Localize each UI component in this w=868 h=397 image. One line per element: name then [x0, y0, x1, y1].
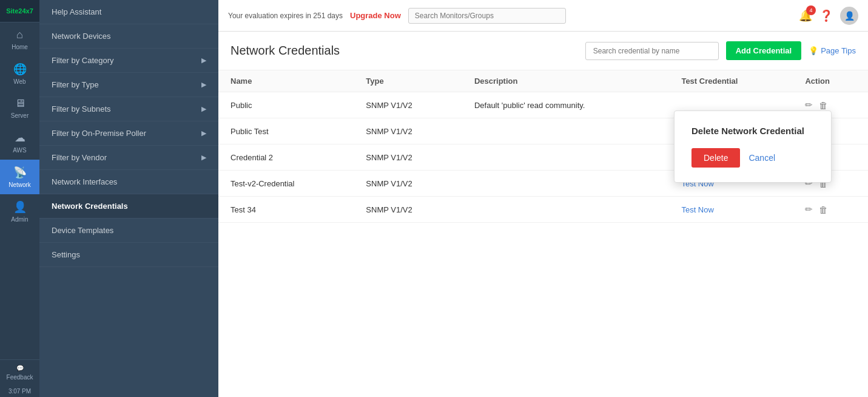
avatar[interactable]: 👤: [840, 7, 858, 25]
table-row: Test 34 SNMP V1/V2 Test Now ✏ 🗑: [218, 197, 868, 223]
cred-name: Public Test: [218, 118, 354, 144]
eval-text: Your evaluation expires in 251 days: [228, 12, 343, 20]
cred-type: SNMP V1/V2: [354, 118, 462, 144]
sidebar-item-label: AWS: [13, 147, 26, 154]
left-nav-label: Network Credentials: [52, 202, 128, 211]
left-nav-item-filter-by-vendor[interactable]: Filter by Vendor ▶: [39, 146, 218, 170]
sidebar-item-server[interactable]: 🖥 Server: [0, 91, 39, 125]
left-nav-label: Help Assistant: [52, 7, 101, 16]
chevron-right-icon: ▶: [201, 56, 206, 64]
cred-name: Test 34: [218, 197, 354, 223]
feedback-area[interactable]: 💬 Feedback: [0, 359, 39, 385]
notification-icon[interactable]: 🔔 4: [799, 9, 812, 22]
col-test-credential: Test Credential: [669, 70, 793, 92]
cred-description: [462, 171, 669, 197]
page-tips-label: Page Tips: [821, 46, 856, 55]
left-nav-item-network-interfaces[interactable]: Network Interfaces: [39, 170, 218, 194]
logo-area: Site24x7: [0, 0, 39, 22]
cred-description: [462, 144, 669, 171]
feedback-label: Feedback: [7, 374, 33, 381]
left-nav-item-network-credentials[interactable]: Network Credentials: [39, 194, 218, 219]
help-icon[interactable]: ❓: [819, 9, 833, 22]
left-nav-label: Filter by Subnets: [52, 104, 111, 114]
content-area: Network Credentials Add Credential 💡 Pag…: [218, 32, 868, 397]
sidebar-item-label: Admin: [11, 216, 28, 223]
left-nav-item-filter-by-on-premise-poller[interactable]: Filter by On-Premise Poller ▶: [39, 121, 218, 146]
left-nav-label: Filter by Type: [52, 80, 99, 89]
upgrade-link[interactable]: Upgrade Now: [350, 11, 401, 20]
cancel-button[interactable]: Cancel: [749, 153, 775, 163]
icon-sidebar: Site24x7 ⌂ Home 🌐 Web 🖥 Server ☁ AWS 📡 N…: [0, 0, 39, 397]
left-nav-item-settings[interactable]: Settings: [39, 243, 218, 267]
cred-type: SNMP V1/V2: [354, 144, 462, 171]
cred-type: SNMP V1/V2: [354, 92, 462, 118]
left-nav-item-help-assistant[interactable]: Help Assistant: [39, 0, 218, 24]
admin-icon: 👤: [13, 200, 27, 214]
cred-description: Default 'public' read community.: [462, 92, 669, 118]
left-nav-item-filter-by-category[interactable]: Filter by Category ▶: [39, 49, 218, 73]
left-nav-item-filter-by-subnets[interactable]: Filter by Subnets ▶: [39, 97, 218, 121]
sidebar-item-network[interactable]: 📡 Network: [0, 160, 39, 194]
aws-icon: ☁: [15, 131, 25, 144]
lightbulb-icon: 💡: [809, 46, 818, 55]
header-icons: 🔔 4 ❓ 👤: [799, 7, 858, 25]
notification-badge: 4: [806, 5, 816, 15]
cred-description: [462, 197, 669, 223]
delete-confirm-button[interactable]: Delete: [691, 148, 740, 168]
left-nav: Help Assistant Network Devices Filter by…: [39, 0, 218, 397]
server-icon: 🖥: [15, 97, 25, 110]
left-nav-item-device-templates[interactable]: Device Templates: [39, 219, 218, 243]
sidebar-item-web[interactable]: 🌐 Web: [0, 56, 39, 91]
add-credential-button[interactable]: Add Credential: [726, 41, 801, 60]
sidebar-item-home[interactable]: ⌂ Home: [0, 22, 39, 56]
search-monitors-input[interactable]: [408, 8, 566, 24]
content-header: Network Credentials Add Credential 💡 Pag…: [218, 32, 868, 70]
edit-icon[interactable]: ✏: [805, 204, 813, 215]
cred-name: Credential 2: [218, 144, 354, 171]
left-nav-label: Filter by Vendor: [52, 153, 107, 162]
delete-icon[interactable]: 🗑: [819, 100, 828, 110]
cred-name: Test-v2-Credential: [218, 171, 354, 197]
delete-popup: Delete Network Credential Delete Cancel: [674, 110, 832, 183]
col-name: Name: [218, 70, 354, 92]
sidebar-item-admin[interactable]: 👤 Admin: [0, 194, 39, 229]
top-header: Your evaluation expires in 251 days Upgr…: [218, 0, 868, 32]
left-nav-label: Filter by On-Premise Poller: [52, 129, 146, 138]
sidebar-item-label: Web: [13, 78, 25, 85]
left-nav-label: Network Devices: [52, 32, 111, 41]
cred-name: Public: [218, 92, 354, 118]
left-nav-label: Settings: [52, 250, 80, 259]
feedback-icon: 💬: [16, 365, 24, 372]
chevron-right-icon: ▶: [201, 154, 206, 161]
popup-buttons: Delete Cancel: [691, 148, 814, 168]
cred-description: [462, 118, 669, 144]
sidebar-item-aws[interactable]: ☁ AWS: [0, 125, 39, 160]
delete-icon[interactable]: 🗑: [819, 205, 828, 215]
page-title: Network Credentials: [230, 44, 578, 58]
sidebar-item-label: Network: [8, 182, 31, 188]
logo: Site24x7: [6, 7, 33, 15]
chevron-right-icon: ▶: [201, 129, 206, 137]
cred-action: ✏ 🗑: [793, 197, 868, 223]
logo-accent: 24x7: [18, 7, 33, 15]
left-nav-item-filter-by-type[interactable]: Filter by Type ▶: [39, 73, 218, 97]
web-icon: 🌐: [13, 63, 27, 76]
action-icons: ✏ 🗑: [805, 100, 856, 110]
col-type: Type: [354, 70, 462, 92]
chevron-right-icon: ▶: [201, 105, 206, 113]
left-nav-label: Filter by Category: [52, 56, 114, 65]
left-nav-item-network-devices[interactable]: Network Devices: [39, 24, 218, 49]
edit-icon[interactable]: ✏: [805, 100, 813, 110]
main-area: Your evaluation expires in 251 days Upgr…: [218, 0, 868, 397]
sidebar-item-label: Home: [12, 44, 28, 50]
test-now-link[interactable]: Test Now: [681, 205, 713, 214]
logo-site: Site: [6, 7, 18, 15]
delete-popup-title: Delete Network Credential: [691, 126, 814, 136]
search-credential-input[interactable]: [585, 42, 719, 60]
time-display: 3:07 PM: [6, 385, 33, 397]
cred-type: SNMP V1/V2: [354, 197, 462, 223]
page-tips-link[interactable]: 💡 Page Tips: [809, 46, 856, 55]
col-description: Description: [462, 70, 669, 92]
home-icon: ⌂: [16, 29, 23, 41]
chevron-right-icon: ▶: [201, 81, 206, 89]
